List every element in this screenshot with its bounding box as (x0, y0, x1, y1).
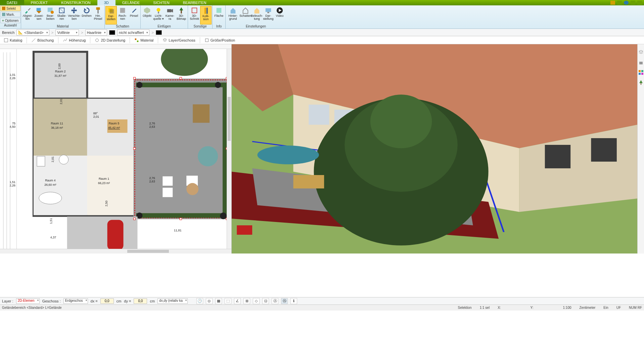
ribbon-group-material: Abgrei-fen Zuwei-sen Bear-beiten Skalie-… (21, 5, 105, 29)
tree-panel-icon[interactable] (638, 80, 644, 85)
menu-tab-gelaende[interactable]: GELÄNDE (116, 0, 147, 5)
dx-input[interactable] (100, 298, 114, 304)
btn-boeschung[interactable]: Böschung (29, 37, 56, 44)
options-button[interactable]: +Optionen (0, 18, 20, 23)
svg-text:2,63: 2,63 (149, 180, 155, 183)
btn-layer-geschoss[interactable]: Layer/Geschoss (160, 37, 197, 44)
tool-objekt[interactable]: Objekt (141, 6, 153, 24)
svg-rect-16 (217, 8, 222, 13)
angle-icon[interactable]: ∠ (234, 298, 241, 304)
coord-mode-combo[interactable]: dx,dy (relativ ka (157, 298, 188, 304)
layer-combo[interactable]: 2D-Elemen (16, 298, 40, 304)
gear-icon (95, 38, 99, 43)
dy-input[interactable] (134, 298, 147, 304)
bereich-value: <Standard> (24, 31, 44, 35)
select-button[interactable]: Selekt (0, 6, 20, 11)
svg-rect-106 (641, 70, 643, 72)
lineweight-combo[interactable]: Haarlinie (85, 30, 107, 36)
linestyle-combo[interactable]: Volllinie (55, 30, 79, 36)
hatch-combo[interactable]: nicht schraffiert (117, 30, 149, 36)
tool-3d-bitmap[interactable]: 3D-Bitmap (176, 6, 187, 24)
play-icon (276, 7, 283, 14)
btn-groesse-position[interactable]: Größe/Position (202, 37, 237, 44)
tool-abgreifen[interactable]: Abgrei-fen (22, 6, 33, 24)
menu-tab-3d[interactable]: 3D (97, 0, 116, 5)
filter-n-icon[interactable]: Ⓝ (281, 298, 288, 304)
scrollbar-vertical[interactable] (227, 49, 231, 249)
menu-tab-bearbeiten[interactable]: BEARBEITEN (176, 0, 213, 5)
tool-verschieben[interactable]: Verschie-ben (67, 6, 81, 24)
btn-hoehenzug[interactable]: Höhenzug (60, 37, 88, 44)
camera-icon (166, 7, 174, 14)
elevation-icon (63, 38, 67, 43)
tool-pinsel[interactable]: Pinsel (128, 6, 140, 24)
maximize-icon[interactable] (631, 1, 635, 5)
svg-point-53 (59, 155, 68, 164)
tool-darstellen[interactable]: Dar-stellen (105, 6, 117, 24)
info-icon[interactable]: ℹ (290, 298, 297, 304)
btn-material[interactable]: Material (132, 37, 156, 44)
options-label: Optionen (5, 19, 19, 22)
tool-flaeche[interactable]: Fläche (213, 6, 225, 24)
geschoss-combo[interactable]: Erdgeschos (63, 298, 88, 304)
btn-2d-darstellung[interactable]: 2D Darstellung (92, 37, 128, 44)
layer-label: Layer : (2, 299, 13, 303)
svg-rect-109 (641, 83, 641, 85)
snap-icon[interactable]: ⬚ (225, 298, 231, 304)
armchair-icon[interactable] (638, 60, 644, 65)
close-icon[interactable] (637, 1, 642, 5)
line-color-swatch[interactable] (109, 30, 115, 35)
clock-icon[interactable]: 🕒 (196, 298, 203, 304)
layers-panel-icon[interactable] (638, 50, 644, 55)
svg-point-40 (215, 82, 221, 88)
tool-darstellung[interactable]: Dar-stellung (263, 6, 274, 24)
target-icon[interactable]: ◎ (206, 298, 213, 304)
minimize-icon[interactable] (617, 1, 622, 5)
svg-rect-54 (67, 217, 138, 250)
svg-rect-48 (163, 188, 173, 197)
ortho-icon[interactable]: ⊞ (243, 298, 250, 304)
tool-beleuchtung[interactable]: Beleuch-tung (251, 6, 263, 24)
fill-color-swatch[interactable] (156, 30, 162, 35)
tool-schatten-cfg[interactable]: Schatten (240, 6, 251, 24)
group-label-material: Material (21, 24, 104, 29)
tool-video[interactable]: Video (274, 6, 285, 24)
dx-unit: cm (117, 299, 122, 303)
diamond-icon[interactable]: ◇ (253, 298, 260, 304)
help-icon[interactable] (624, 1, 629, 5)
tool-hin-pinsel[interactable]: Hin.Pinsel (92, 6, 104, 24)
3d-view[interactable] (232, 44, 637, 253)
color-palette-icon[interactable] (638, 70, 644, 75)
2d-view[interactable]: 1,01 2,26 75 4,50 1,51 2,26 (0, 44, 232, 253)
scrollbar-horizontal[interactable] (0, 249, 231, 253)
status-left: Geländebereich <Standard> L=Gelände (2, 306, 62, 309)
tool-3d-schnitt[interactable]: 3D-Schnitt (189, 6, 200, 24)
menu-tab-projekt[interactable]: PROJEKT (24, 0, 55, 5)
tool-drehen[interactable]: Drehen (81, 6, 92, 24)
tool-lichtquelle[interactable]: Licht-quelle ▾ (153, 6, 164, 24)
menu-bar: DATEI PROJEKT KONSTRUKTION 3D GELÄNDE SI… (0, 0, 644, 5)
svg-rect-22 (135, 38, 136, 40)
filter-a-icon[interactable]: Ⓐ (272, 298, 278, 304)
tool-hintergrund[interactable]: Hinter-grund (226, 6, 240, 24)
btn-katalog[interactable]: Katalog (1, 37, 25, 44)
menu-tab-datei[interactable]: DATEI (0, 0, 24, 5)
bereich-combo[interactable]: 📐<Standard> (16, 30, 49, 36)
pencil-icon[interactable] (610, 1, 615, 5)
tree-icon (178, 7, 185, 14)
mark-button[interactable]: Mark. (0, 12, 20, 17)
tool-kollision[interactable]: Kolli-sion (200, 6, 212, 24)
tool-kamera[interactable]: Kame-ra (164, 6, 176, 24)
plan-canvas[interactable]: Raum 2 31,87 m² Raum 11 36,18 m² Raum 5 … (17, 49, 231, 253)
menu-tab-sichten[interactable]: SICHTEN (146, 0, 176, 5)
menu-tab-konstruktion[interactable]: KONSTRUKTION (54, 0, 97, 5)
svg-text:2,76: 2,76 (149, 176, 155, 180)
tool-rechnen[interactable]: Rech-nen (117, 6, 128, 24)
svg-point-42 (220, 213, 227, 219)
tool-bearbeiten[interactable]: Bear-beiten (45, 6, 56, 24)
grid-icon[interactable]: ▦ (215, 298, 222, 304)
tool-skalieren[interactable]: Skalie-ren (56, 6, 67, 24)
status-num: NUM RF (629, 306, 642, 309)
grid2-icon[interactable]: ⊡ (262, 298, 269, 304)
tool-zuweisen[interactable]: Zuwei-sen (33, 6, 45, 24)
